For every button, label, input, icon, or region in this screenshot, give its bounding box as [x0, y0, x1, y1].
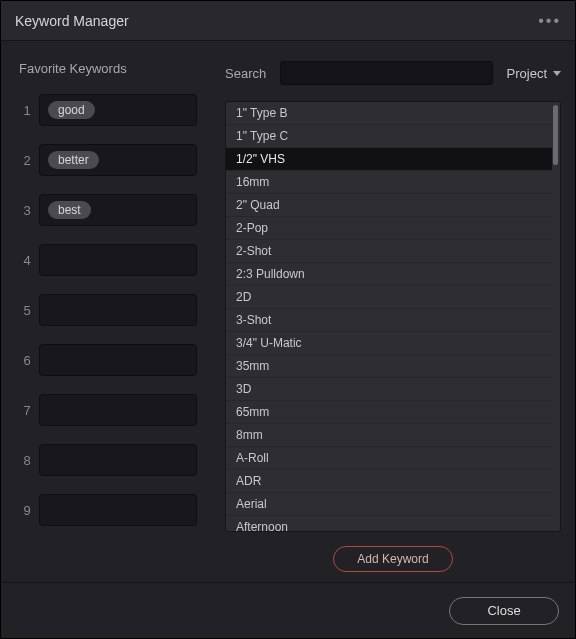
list-item[interactable]: 2:3 Pulldown — [226, 263, 552, 286]
list-item[interactable]: 1" Type C — [226, 125, 552, 148]
favorite-row: 4 — [15, 244, 197, 276]
list-item[interactable]: Afternoon — [226, 516, 552, 531]
add-keyword-label: Add Keyword — [357, 552, 428, 566]
titlebar: Keyword Manager ••• — [1, 1, 575, 41]
favorite-row: 6 — [15, 344, 197, 376]
list-item[interactable]: 35mm — [226, 355, 552, 378]
favorite-row: 2better — [15, 144, 197, 176]
list-item[interactable]: 3D — [226, 378, 552, 401]
favorite-row: 3best — [15, 194, 197, 226]
footer: Close — [1, 582, 575, 638]
add-row: Add Keyword — [225, 532, 561, 582]
favorite-number: 1 — [15, 103, 39, 118]
list-item[interactable]: Aerial — [226, 493, 552, 516]
keyword-chip[interactable]: better — [48, 151, 99, 169]
list-item[interactable]: A-Roll — [226, 447, 552, 470]
favorite-input[interactable] — [39, 394, 197, 426]
options-icon[interactable]: ••• — [538, 12, 561, 30]
keyword-chip[interactable]: best — [48, 201, 91, 219]
favorite-number: 2 — [15, 153, 39, 168]
body: Favorite Keywords 1good2better3best45678… — [1, 41, 575, 582]
keyword-list-container: 1" Type B1" Type C1/2" VHS16mm2" Quad2-P… — [225, 101, 561, 532]
favorites-panel: Favorite Keywords 1good2better3best45678… — [1, 41, 211, 582]
list-item[interactable]: 2-Shot — [226, 240, 552, 263]
list-item[interactable]: 8mm — [226, 424, 552, 447]
favorite-input[interactable] — [39, 344, 197, 376]
chevron-down-icon — [553, 71, 561, 76]
close-label: Close — [487, 603, 520, 618]
favorite-row: 5 — [15, 294, 197, 326]
favorite-input[interactable]: good — [39, 94, 197, 126]
list-item[interactable]: 1/2" VHS — [226, 148, 552, 171]
favorite-number: 4 — [15, 253, 39, 268]
close-button[interactable]: Close — [449, 597, 559, 625]
add-keyword-button[interactable]: Add Keyword — [333, 546, 453, 572]
keyword-manager-window: Keyword Manager ••• Favorite Keywords 1g… — [0, 0, 576, 639]
search-input[interactable] — [280, 61, 492, 85]
search-label: Search — [225, 66, 266, 81]
favorite-number: 8 — [15, 453, 39, 468]
favorite-number: 6 — [15, 353, 39, 368]
list-item[interactable]: 2-Pop — [226, 217, 552, 240]
list-item[interactable]: 1" Type B — [226, 102, 552, 125]
favorite-row: 7 — [15, 394, 197, 426]
favorite-number: 9 — [15, 503, 39, 518]
favorites-header: Favorite Keywords — [19, 61, 197, 76]
favorite-row: 1good — [15, 94, 197, 126]
keyword-chip[interactable]: good — [48, 101, 95, 119]
scope-label: Project — [507, 66, 547, 81]
keyword-list[interactable]: 1" Type B1" Type C1/2" VHS16mm2" Quad2-P… — [226, 102, 552, 531]
search-row: Search Project — [225, 61, 561, 85]
favorite-input[interactable]: best — [39, 194, 197, 226]
favorite-input[interactable] — [39, 494, 197, 526]
favorite-row: 8 — [15, 444, 197, 476]
favorite-number: 7 — [15, 403, 39, 418]
list-item[interactable]: ADR — [226, 470, 552, 493]
favorite-input[interactable] — [39, 444, 197, 476]
list-item[interactable]: 2D — [226, 286, 552, 309]
favorite-number: 5 — [15, 303, 39, 318]
list-item[interactable]: 16mm — [226, 171, 552, 194]
favorite-input[interactable]: better — [39, 144, 197, 176]
list-item[interactable]: 3/4" U-Matic — [226, 332, 552, 355]
favorite-number: 3 — [15, 203, 39, 218]
window-title: Keyword Manager — [15, 13, 129, 29]
scrollbar-thumb[interactable] — [553, 105, 558, 165]
keywords-panel: Search Project 1" Type B1" Type C1/2" VH… — [211, 41, 575, 582]
favorite-input[interactable] — [39, 294, 197, 326]
favorite-input[interactable] — [39, 244, 197, 276]
list-item[interactable]: 3-Shot — [226, 309, 552, 332]
scope-dropdown[interactable]: Project — [507, 66, 561, 81]
list-item[interactable]: 65mm — [226, 401, 552, 424]
favorite-row: 9 — [15, 494, 197, 526]
list-item[interactable]: 2" Quad — [226, 194, 552, 217]
